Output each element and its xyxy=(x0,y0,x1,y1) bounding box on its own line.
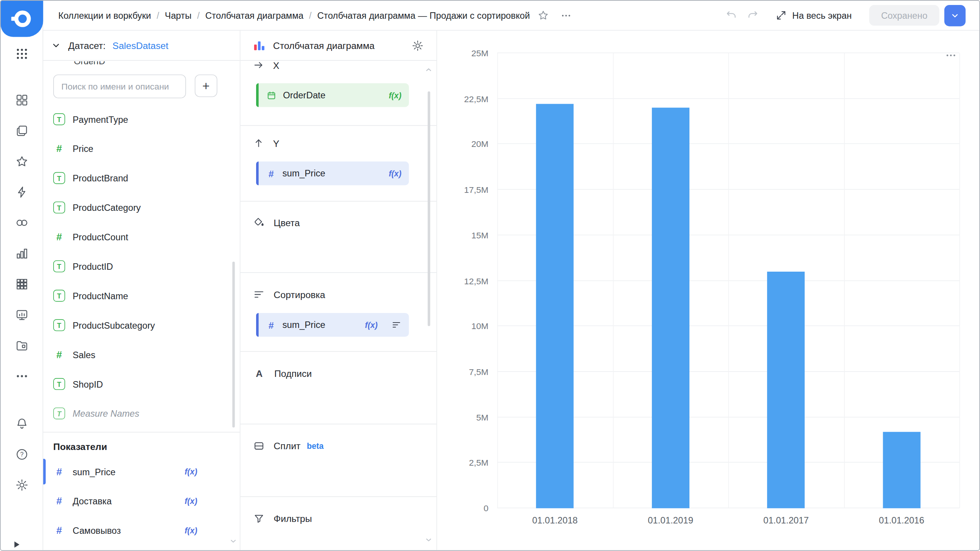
more-icon[interactable] xyxy=(15,369,29,383)
dashboards-icon[interactable] xyxy=(15,308,29,322)
x-axis-tick-label: 01.01.2017 xyxy=(763,515,809,525)
plot-area: 02,5M5M7,5M10M12,5M15M17,5M20M22,5M25M01… xyxy=(497,53,959,508)
fullscreen-icon[interactable] xyxy=(775,10,787,21)
number-field-icon: # xyxy=(53,231,65,242)
favorites-icon[interactable] xyxy=(15,155,29,168)
number-field-icon: # xyxy=(53,496,65,507)
field-row[interactable]: T ProductBrand xyxy=(43,163,240,193)
field-row[interactable]: T ProductCategory xyxy=(43,193,240,222)
x-axis-tick-label: 01.01.2018 xyxy=(532,515,578,525)
add-field-button[interactable]: + xyxy=(195,75,217,97)
sort-order-icon[interactable] xyxy=(391,320,401,330)
datasets-icon[interactable] xyxy=(15,277,29,291)
field-name: ProductCategory xyxy=(73,202,141,212)
chevron-down-icon[interactable] xyxy=(51,40,61,51)
datalens-logo[interactable] xyxy=(1,1,43,37)
y-axis-tick-label: 25M xyxy=(471,48,488,58)
breadcrumb-collections[interactable]: Коллекции и воркбуки xyxy=(58,10,151,20)
connections-icon[interactable] xyxy=(15,216,29,230)
x-field-chip[interactable]: OrderDate f(x) xyxy=(256,83,409,107)
arrow-up-icon xyxy=(253,138,264,149)
field-row[interactable]: T ProductSubcategory xyxy=(43,310,240,340)
workbooks-icon[interactable] xyxy=(15,124,29,138)
chart-config-panel: Столбчатая диаграмма X OrderDate f(x) xyxy=(240,31,437,550)
measures-section-header: Показатели xyxy=(53,436,107,457)
field-row[interactable]: T ProductName xyxy=(43,281,240,310)
section-sort-label: Сортировка xyxy=(274,289,325,300)
measure-row-delivery[interactable]: # Доставка f(x) xyxy=(43,486,240,516)
breadcrumb-charts[interactable]: Чарты xyxy=(165,10,192,20)
string-field-icon: T xyxy=(53,408,65,419)
more-actions-icon[interactable] xyxy=(560,10,572,21)
field-row[interactable]: T PaymentType xyxy=(43,104,240,134)
field-name: Measure Names xyxy=(73,408,139,418)
notifications-icon[interactable] xyxy=(15,417,29,430)
field-name: Sales xyxy=(73,350,95,360)
dataset-name-link[interactable]: SalesDataset xyxy=(113,40,168,51)
chip-field-name: OrderDate xyxy=(283,90,325,100)
paint-bucket-icon xyxy=(253,216,265,228)
field-search-row: + xyxy=(53,75,217,98)
y-axis-tick-label: 17,5M xyxy=(464,185,488,195)
config-scrollbar[interactable] xyxy=(428,91,430,326)
favorite-star-icon[interactable] xyxy=(537,10,549,21)
help-icon[interactable]: ? xyxy=(15,448,29,461)
bar-01.01.2017[interactable] xyxy=(767,272,805,508)
expand-panel-icon[interactable] xyxy=(15,541,20,548)
y-axis-tick-label: 22,5M xyxy=(464,94,488,104)
measure-row-sum-price[interactable]: # sum_Price f(x) xyxy=(43,457,240,486)
section-colors: Цвета xyxy=(253,213,421,231)
gridline-vertical xyxy=(497,53,498,508)
datalens-logo-icon xyxy=(11,8,33,29)
field-row-measure-names[interactable]: T Measure Names xyxy=(43,399,240,428)
x-axis-tick-label: 01.01.2016 xyxy=(879,515,924,525)
section-divider xyxy=(240,125,436,126)
number-field-icon: # xyxy=(53,143,65,154)
section-split-label: Сплит xyxy=(274,440,301,451)
sort-field-chip[interactable]: # sum_Price f(x) xyxy=(256,313,409,337)
measure-row-pickup[interactable]: # Самовывоз f(x) xyxy=(43,516,240,545)
svg-text:?: ? xyxy=(20,451,24,458)
formula-icon: f(x) xyxy=(365,320,377,330)
y-field-chip[interactable]: # sum_Price f(x) xyxy=(256,161,409,185)
section-divider xyxy=(240,272,436,273)
fullscreen-label[interactable]: На весь экран xyxy=(792,10,852,20)
number-field-icon: # xyxy=(53,525,65,536)
field-name: ProductID xyxy=(73,261,113,271)
field-row[interactable]: T ShopID xyxy=(43,369,240,399)
undo-icon[interactable] xyxy=(725,9,738,22)
y-axis-tick-label: 5M xyxy=(476,412,488,422)
quick-actions-icon[interactable] xyxy=(15,185,29,199)
storage-icon[interactable] xyxy=(15,339,29,352)
bar-01.01.2018[interactable] xyxy=(536,104,574,508)
fields-scrollbar[interactable] xyxy=(232,262,235,427)
field-row[interactable]: # ProductCount xyxy=(43,222,240,252)
section-y: Y xyxy=(253,134,421,153)
bar-01.01.2019[interactable] xyxy=(652,108,689,508)
field-row[interactable]: T ProductID xyxy=(43,252,240,281)
string-field-icon: T xyxy=(53,260,65,272)
number-field-icon: # xyxy=(266,168,276,179)
redo-icon[interactable] xyxy=(746,9,759,22)
apps-grid-icon[interactable] xyxy=(15,47,29,61)
section-divider xyxy=(240,201,436,202)
y-axis-tick-label: 0 xyxy=(483,503,488,513)
section-y-label: Y xyxy=(273,138,279,149)
charts-icon[interactable] xyxy=(15,246,29,260)
field-row[interactable]: # Price xyxy=(43,134,240,163)
breadcrumb-chart-type[interactable]: Столбчатая диаграмма xyxy=(205,10,303,20)
save-button[interactable]: Сохранено xyxy=(869,5,939,26)
number-field-icon: # xyxy=(53,349,65,360)
bar-01.01.2016[interactable] xyxy=(883,432,920,508)
settings-gear-icon[interactable] xyxy=(15,478,29,492)
breadcrumb-separator: / xyxy=(309,10,312,20)
collections-icon[interactable] xyxy=(15,93,29,107)
field-row[interactable]: # Sales xyxy=(43,340,240,369)
datalens-chart-editor: ? Коллекции и воркбуки / Чарты / Столбча… xyxy=(0,0,980,551)
field-search-input[interactable] xyxy=(53,75,186,98)
top-bar: Коллекции и воркбуки / Чарты / Столбчата… xyxy=(43,1,979,31)
field-name: Доставка xyxy=(73,496,112,506)
field-name: Самовывоз xyxy=(73,525,121,535)
save-dropdown-button[interactable] xyxy=(944,5,966,26)
chart-settings-gear-icon[interactable] xyxy=(412,39,424,52)
